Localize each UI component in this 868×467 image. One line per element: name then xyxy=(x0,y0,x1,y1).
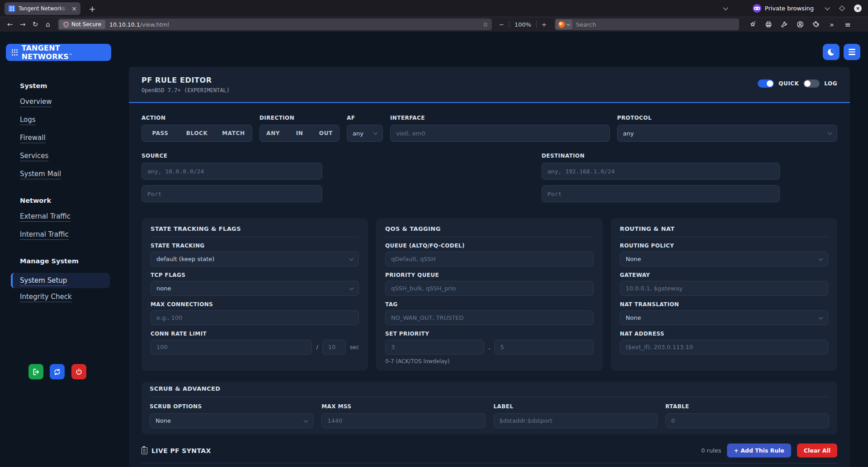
tab-title: Tangent Networks | Web in xyxy=(19,5,68,12)
save-page-icon[interactable] xyxy=(746,19,759,30)
shutdown-button[interactable] xyxy=(71,364,86,379)
action-pass-option[interactable]: PASS xyxy=(142,130,179,136)
scrub-options-select[interactable]: None xyxy=(150,413,313,428)
logout-button[interactable] xyxy=(28,364,43,379)
direction-in-option[interactable]: IN xyxy=(286,130,312,136)
brand-logo[interactable]: TANGENT NETWORKS™ xyxy=(6,44,111,61)
theme-toggle-button[interactable] xyxy=(823,44,840,60)
af-select[interactable]: any xyxy=(347,125,383,142)
search-engine-selector[interactable] xyxy=(556,19,572,29)
source-address-input[interactable] xyxy=(142,163,322,180)
sidebar-section-manage: Manage System xyxy=(13,257,110,265)
minimize-icon[interactable] xyxy=(825,5,830,10)
extensions-puzzle-icon[interactable] xyxy=(810,19,822,30)
rule-label-input[interactable] xyxy=(494,413,657,428)
state-tracking-select[interactable]: default (keep state) xyxy=(151,252,359,266)
shield-slash-icon xyxy=(63,22,69,28)
conn-rate-seconds-input[interactable] xyxy=(322,340,346,355)
destination-address-input[interactable] xyxy=(542,163,780,180)
search-engine-icon xyxy=(558,21,565,28)
chevron-down-icon xyxy=(828,131,832,135)
brand-tm: ™ xyxy=(69,53,72,57)
sidebar-item-services[interactable]: Services xyxy=(13,152,110,160)
browser-tab[interactable]: Tangent Networks | Web in × xyxy=(5,2,80,15)
sidebar: System Overview Logs Firewall Services S… xyxy=(13,82,110,311)
direction-out-option[interactable]: OUT xyxy=(313,130,339,136)
source-label: SOURCE xyxy=(142,153,322,159)
add-rule-button[interactable]: + Add This Rule xyxy=(727,444,791,458)
logout-icon xyxy=(32,368,40,376)
tab-close-icon[interactable]: × xyxy=(71,5,77,12)
direction-any-option[interactable]: ANY xyxy=(260,130,286,136)
reload-button[interactable]: ↻ xyxy=(29,19,42,30)
zoom-out-button[interactable]: − xyxy=(499,21,504,28)
action-match-option[interactable]: MATCH xyxy=(215,130,252,136)
forward-button[interactable]: → xyxy=(16,19,29,30)
priority-main-input[interactable] xyxy=(385,340,484,355)
list-tabs-icon[interactable] xyxy=(723,5,728,10)
toolbar-icons: » ≡ xyxy=(746,19,854,30)
sidebar-item-logs[interactable]: Logs xyxy=(13,116,110,124)
security-chip[interactable]: Not Secure xyxy=(59,20,105,29)
tools-wrench-icon[interactable] xyxy=(778,19,791,30)
sidebar-item-integrity-check[interactable]: Integrity Check xyxy=(13,293,110,301)
priority-queue-input[interactable] xyxy=(385,281,594,296)
max-mss-input[interactable] xyxy=(321,413,485,428)
priority-ack-input[interactable] xyxy=(495,340,594,355)
interface-input[interactable] xyxy=(390,125,610,142)
nat-translation-select[interactable]: None xyxy=(620,310,828,325)
editor-title: PF RULE EDITOR xyxy=(142,76,837,84)
account-icon[interactable] xyxy=(794,19,807,30)
interface-label: INTERFACE xyxy=(390,115,610,121)
clipboard-icon xyxy=(142,447,147,454)
quick-toggle[interactable] xyxy=(758,79,774,88)
window-close-icon[interactable]: × xyxy=(854,5,862,12)
nat-address-input[interactable] xyxy=(620,340,828,355)
qos-card-title: QOS & TAGGING xyxy=(385,225,594,232)
bookmark-star-icon[interactable]: ☆ xyxy=(482,21,488,28)
home-button[interactable]: ⌂ xyxy=(42,19,54,30)
source-port-input[interactable] xyxy=(142,185,322,202)
sidebar-item-system-mail[interactable]: System Mail xyxy=(13,170,110,178)
log-toggle[interactable] xyxy=(803,79,820,88)
sidebar-item-system-setup[interactable]: System Setup xyxy=(11,273,110,288)
gateway-input[interactable] xyxy=(620,281,828,296)
conn-rate-count-input[interactable] xyxy=(151,340,312,355)
hamburger-icon xyxy=(849,49,855,55)
rule-basics-row: ACTION PASS BLOCK MATCH DIRECTION ANY IN… xyxy=(142,115,837,142)
search-bar[interactable]: Search xyxy=(555,19,739,30)
chevron-down-icon xyxy=(304,418,308,422)
protocol-select[interactable]: any xyxy=(617,125,837,142)
clear-all-button[interactable]: Clear All xyxy=(797,444,837,458)
af-label: AF xyxy=(347,115,383,121)
queue-input[interactable] xyxy=(385,252,594,266)
restart-button[interactable] xyxy=(50,364,65,379)
url-path: /view.html xyxy=(140,21,169,28)
sidebar-item-internal-traffic[interactable]: Internal Traffic xyxy=(13,230,110,238)
search-placeholder: Search xyxy=(576,21,596,28)
url-bar[interactable]: Not Secure 10.10.10.1/view.html ☆ xyxy=(58,19,492,30)
protocol-group: PROTOCOL any xyxy=(617,115,837,142)
action-block-option[interactable]: BLOCK xyxy=(179,130,215,136)
rtable-input[interactable] xyxy=(665,413,829,428)
zoom-level[interactable]: 100% xyxy=(514,21,531,28)
sidebar-item-external-traffic[interactable]: External Traffic xyxy=(13,212,110,220)
tcp-flags-select[interactable]: none xyxy=(151,281,359,296)
max-connections-input[interactable] xyxy=(151,310,359,325)
app-menu-icon[interactable]: ≡ xyxy=(841,19,854,30)
sidebar-item-firewall[interactable]: Firewall xyxy=(13,134,110,142)
menu-button[interactable] xyxy=(844,44,860,60)
sync-icon xyxy=(53,368,61,376)
routing-policy-select[interactable]: None xyxy=(620,252,828,266)
chevron-down-icon xyxy=(349,285,354,290)
more-tools-icon[interactable]: » xyxy=(826,19,838,30)
destination-group: DESTINATION xyxy=(542,153,780,208)
new-tab-button[interactable]: + xyxy=(86,2,99,15)
destination-port-input[interactable] xyxy=(542,185,780,202)
maximize-icon[interactable] xyxy=(839,5,845,11)
zoom-in-button[interactable]: + xyxy=(542,21,547,28)
print-icon[interactable] xyxy=(762,19,775,30)
tag-input[interactable] xyxy=(385,310,594,325)
sidebar-item-overview[interactable]: Overview xyxy=(13,98,110,106)
back-button[interactable]: ← xyxy=(4,19,16,30)
